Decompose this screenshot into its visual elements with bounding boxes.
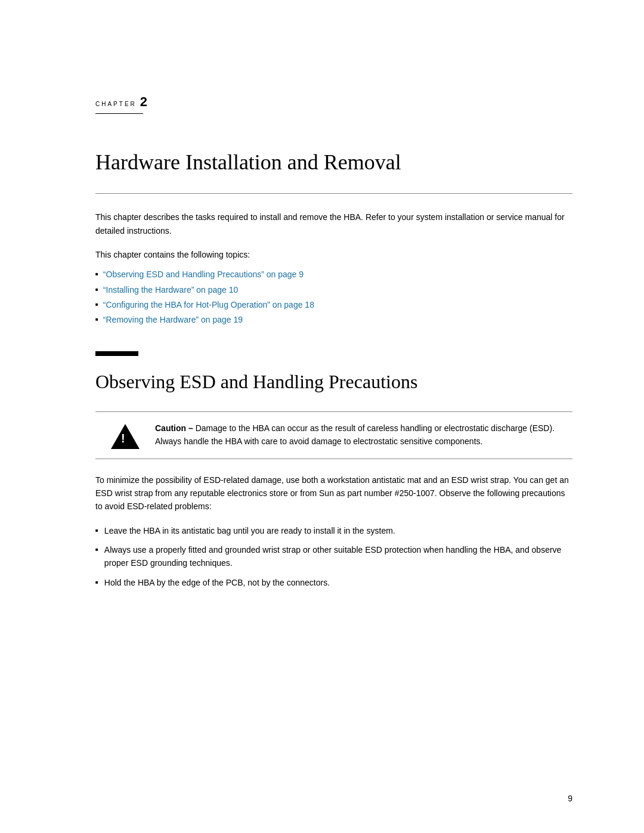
title-divider <box>95 193 572 194</box>
bullet-item-2: Always use a properly fitted and grounde… <box>95 543 572 570</box>
caution-box: Caution – Damage to the HBA can occur as… <box>95 411 572 459</box>
toc-item-1[interactable]: “Observing ESD and Handling Precautions”… <box>95 267 572 282</box>
toc-link-3[interactable]: “Configuring the HBA for Hot-Plug Operat… <box>103 298 314 312</box>
bullet-text-1: Leave the HBA in its antistatic bag unti… <box>104 524 395 537</box>
page-number: 9 <box>568 794 572 803</box>
caution-text: Caution – Damage to the HBA can occur as… <box>155 422 561 448</box>
chapter-word: Chapter <box>95 101 137 107</box>
toc-item-3[interactable]: “Configuring the HBA for Hot-Plug Operat… <box>95 298 572 312</box>
bullet-item-3: Hold the HBA by the edge of the PCB, not… <box>95 576 572 589</box>
chapter-label: Chapter 2 <box>95 95 572 109</box>
topics-intro: This chapter contains the following topi… <box>95 248 572 261</box>
bullet-text-3: Hold the HBA by the edge of the PCB, not… <box>104 576 330 589</box>
bullet-item-1: Leave the HBA in its antistatic bag unti… <box>95 524 572 537</box>
page: Chapter 2 Hardware Installation and Remo… <box>0 0 644 833</box>
bullet-text-2: Always use a properly fitted and grounde… <box>104 543 572 570</box>
bullet-list: Leave the HBA in its antistatic bag unti… <box>95 524 572 590</box>
toc-link-4[interactable]: “Removing the Hardware” on page 19 <box>103 312 243 327</box>
chapter-number: 2 <box>140 95 148 109</box>
section-title: Observing ESD and Handling Precautions <box>95 370 572 393</box>
chapter-rule <box>95 113 143 114</box>
caution-triangle-icon <box>111 424 140 449</box>
body-paragraph: To minimize the possibility of ESD-relat… <box>95 473 572 513</box>
content-area: Chapter 2 Hardware Installation and Remo… <box>0 0 644 649</box>
caution-icon-wrapper <box>107 424 143 449</box>
toc-link-2[interactable]: “Installing the Hardware” on page 10 <box>103 283 238 298</box>
toc-item-4[interactable]: “Removing the Hardware” on page 19 <box>95 312 572 327</box>
main-title: Hardware Installation and Removal <box>95 150 572 175</box>
toc-item-2[interactable]: “Installing the Hardware” on page 10 <box>95 283 572 298</box>
caution-label: Caution – <box>155 423 193 433</box>
caution-body: Damage to the HBA can occur as the resul… <box>155 423 555 446</box>
intro-paragraph: This chapter describes the tasks require… <box>95 210 572 237</box>
toc-list: “Observing ESD and Handling Precautions”… <box>95 267 572 327</box>
toc-link-1[interactable]: “Observing ESD and Handling Precautions”… <box>103 267 304 282</box>
section-accent <box>95 351 138 356</box>
